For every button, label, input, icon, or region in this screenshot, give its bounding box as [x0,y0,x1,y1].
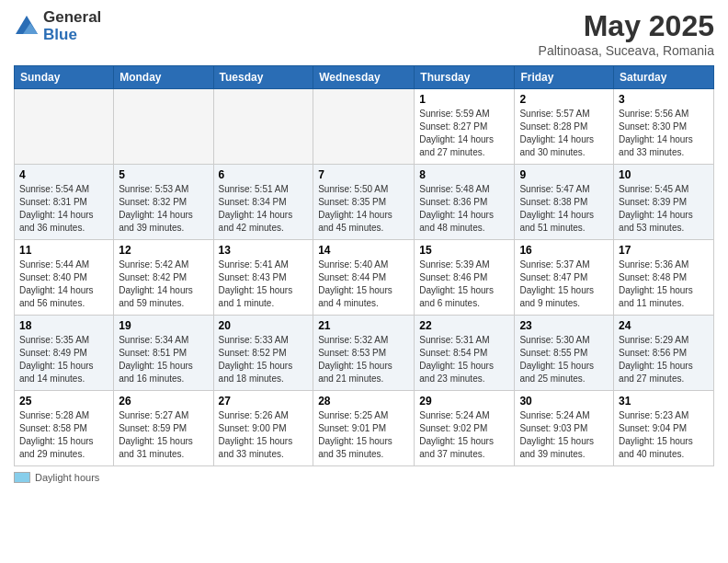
subtitle: Paltinoasa, Suceava, Romania [539,43,714,58]
calendar-cell: 11Sunrise: 5:44 AMSunset: 8:40 PMDayligh… [15,240,114,316]
calendar-cell: 13Sunrise: 5:41 AMSunset: 8:43 PMDayligh… [213,240,313,316]
day-info: Sunrise: 5:23 AMSunset: 9:04 PMDaylight:… [619,409,709,461]
calendar-cell: 1Sunrise: 5:59 AMSunset: 8:27 PMDaylight… [415,89,515,165]
calendar-cell: 6Sunrise: 5:51 AMSunset: 8:34 PMDaylight… [213,165,313,240]
day-number: 5 [119,168,208,181]
day-info: Sunrise: 5:30 AMSunset: 8:55 PMDaylight:… [519,334,609,385]
calendar-cell: 12Sunrise: 5:42 AMSunset: 8:42 PMDayligh… [114,240,213,316]
day-info: Sunrise: 5:37 AMSunset: 8:47 PMDaylight:… [519,259,609,310]
day-number: 30 [519,395,609,408]
day-info: Sunrise: 5:26 AMSunset: 9:00 PMDaylight:… [219,409,309,461]
calendar-cell [313,89,415,165]
day-number: 31 [619,395,709,408]
day-header-saturday: Saturday [614,66,714,89]
day-number: 2 [519,93,609,106]
day-number: 29 [419,395,509,408]
month-title: May 2025 [539,9,714,43]
footer-label: Daylight hours [35,472,99,483]
day-number: 26 [119,395,208,408]
day-number: 25 [19,395,108,408]
calendar-cell: 3Sunrise: 5:56 AMSunset: 8:30 PMDaylight… [614,89,714,165]
calendar-week-5: 25Sunrise: 5:28 AMSunset: 8:58 PMDayligh… [15,391,714,466]
day-info: Sunrise: 5:35 AMSunset: 8:49 PMDaylight:… [19,334,108,385]
day-info: Sunrise: 5:29 AMSunset: 8:56 PMDaylight:… [619,334,709,385]
day-info: Sunrise: 5:45 AMSunset: 8:39 PMDaylight:… [619,183,709,235]
calendar-cell: 28Sunrise: 5:25 AMSunset: 9:01 PMDayligh… [313,391,415,466]
page: General Blue May 2025 Paltinoasa, Suceav… [0,0,728,563]
day-info: Sunrise: 5:25 AMSunset: 9:01 PMDaylight:… [318,409,409,461]
day-info: Sunrise: 5:42 AMSunset: 8:42 PMDaylight:… [119,259,208,310]
logo-icon [14,14,40,40]
day-number: 28 [318,395,409,408]
day-info: Sunrise: 5:54 AMSunset: 8:31 PMDaylight:… [19,183,108,235]
day-number: 20 [219,319,309,332]
day-number: 23 [519,319,609,332]
calendar-cell: 5Sunrise: 5:53 AMSunset: 8:32 PMDaylight… [114,165,213,240]
logo: General Blue [14,9,101,43]
day-info: Sunrise: 5:57 AMSunset: 8:28 PMDaylight:… [519,108,609,159]
calendar-cell [213,89,313,165]
calendar-cell: 9Sunrise: 5:47 AMSunset: 8:38 PMDaylight… [515,165,614,240]
header: General Blue May 2025 Paltinoasa, Suceav… [14,9,714,58]
day-info: Sunrise: 5:56 AMSunset: 8:30 PMDaylight:… [619,108,709,159]
calendar-cell: 30Sunrise: 5:24 AMSunset: 9:03 PMDayligh… [515,391,614,466]
day-info: Sunrise: 5:24 AMSunset: 9:02 PMDaylight:… [419,409,509,461]
day-number: 12 [119,244,208,257]
calendar-cell: 26Sunrise: 5:27 AMSunset: 8:59 PMDayligh… [114,391,213,466]
logo-text: General Blue [43,9,101,43]
calendar-cell: 8Sunrise: 5:48 AMSunset: 8:36 PMDaylight… [415,165,515,240]
day-number: 8 [419,168,509,181]
calendar-cell: 29Sunrise: 5:24 AMSunset: 9:02 PMDayligh… [415,391,515,466]
calendar-cell: 22Sunrise: 5:31 AMSunset: 8:54 PMDayligh… [415,316,515,391]
day-info: Sunrise: 5:50 AMSunset: 8:35 PMDaylight:… [318,183,409,235]
day-number: 4 [19,168,108,181]
calendar-cell: 7Sunrise: 5:50 AMSunset: 8:35 PMDaylight… [313,165,415,240]
day-number: 3 [619,93,709,106]
day-header-sunday: Sunday [15,66,114,89]
day-number: 7 [318,168,409,181]
day-header-friday: Friday [515,66,614,89]
day-info: Sunrise: 5:24 AMSunset: 9:03 PMDaylight:… [519,409,609,461]
day-info: Sunrise: 5:47 AMSunset: 8:38 PMDaylight:… [519,183,609,235]
day-number: 15 [419,244,509,257]
day-number: 24 [619,319,709,332]
calendar-table: SundayMondayTuesdayWednesdayThursdayFrid… [14,65,714,466]
calendar-cell: 17Sunrise: 5:36 AMSunset: 8:48 PMDayligh… [614,240,714,316]
day-info: Sunrise: 5:34 AMSunset: 8:51 PMDaylight:… [119,334,208,385]
calendar-cell: 24Sunrise: 5:29 AMSunset: 8:56 PMDayligh… [614,316,714,391]
calendar-cell: 10Sunrise: 5:45 AMSunset: 8:39 PMDayligh… [614,165,714,240]
day-info: Sunrise: 5:32 AMSunset: 8:53 PMDaylight:… [318,334,409,385]
day-info: Sunrise: 5:27 AMSunset: 8:59 PMDaylight:… [119,409,208,461]
day-info: Sunrise: 5:53 AMSunset: 8:32 PMDaylight:… [119,183,208,235]
logo-blue: Blue [43,27,101,44]
calendar-cell: 23Sunrise: 5:30 AMSunset: 8:55 PMDayligh… [515,316,614,391]
calendar-cell: 16Sunrise: 5:37 AMSunset: 8:47 PMDayligh… [515,240,614,316]
day-info: Sunrise: 5:51 AMSunset: 8:34 PMDaylight:… [219,183,309,235]
day-info: Sunrise: 5:40 AMSunset: 8:44 PMDaylight:… [318,259,409,310]
day-info: Sunrise: 5:33 AMSunset: 8:52 PMDaylight:… [219,334,309,385]
day-number: 1 [419,93,509,106]
calendar-cell: 18Sunrise: 5:35 AMSunset: 8:49 PMDayligh… [15,316,114,391]
calendar-week-2: 4Sunrise: 5:54 AMSunset: 8:31 PMDaylight… [15,165,714,240]
calendar-cell: 4Sunrise: 5:54 AMSunset: 8:31 PMDaylight… [15,165,114,240]
day-info: Sunrise: 5:28 AMSunset: 8:58 PMDaylight:… [19,409,108,461]
day-info: Sunrise: 5:41 AMSunset: 8:43 PMDaylight:… [219,259,309,310]
day-number: 13 [219,244,309,257]
calendar-cell [15,89,114,165]
day-info: Sunrise: 5:59 AMSunset: 8:27 PMDaylight:… [419,108,509,159]
calendar-cell: 15Sunrise: 5:39 AMSunset: 8:46 PMDayligh… [415,240,515,316]
day-number: 16 [519,244,609,257]
day-number: 18 [19,319,108,332]
day-header-monday: Monday [114,66,213,89]
day-info: Sunrise: 5:36 AMSunset: 8:48 PMDaylight:… [619,259,709,310]
day-number: 6 [219,168,309,181]
calendar-week-3: 11Sunrise: 5:44 AMSunset: 8:40 PMDayligh… [15,240,714,316]
day-header-tuesday: Tuesday [213,66,313,89]
calendar-week-4: 18Sunrise: 5:35 AMSunset: 8:49 PMDayligh… [15,316,714,391]
logo-general: General [43,9,101,27]
day-number: 14 [318,244,409,257]
daylight-swatch [14,472,30,483]
calendar-week-1: 1Sunrise: 5:59 AMSunset: 8:27 PMDaylight… [15,89,714,165]
calendar-cell: 19Sunrise: 5:34 AMSunset: 8:51 PMDayligh… [114,316,213,391]
day-number: 21 [318,319,409,332]
